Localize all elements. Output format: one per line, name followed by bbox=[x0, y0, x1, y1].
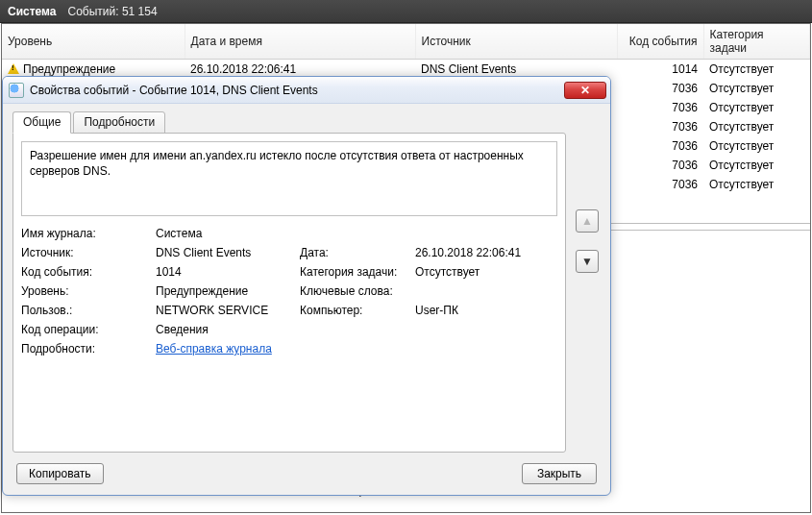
close-dialog-button[interactable]: Закрыть bbox=[522, 463, 597, 484]
value-journal: Система bbox=[156, 227, 290, 240]
label-source: Источник: bbox=[21, 246, 156, 259]
label-level: Уровень: bbox=[21, 284, 156, 298]
value-event-id: 1014 bbox=[156, 265, 290, 279]
value-level: Предупреждение bbox=[156, 284, 290, 298]
cell-task-cat: Отсутствует bbox=[703, 175, 810, 194]
close-icon: ✕ bbox=[580, 84, 590, 97]
label-journal: Имя журнала: bbox=[21, 227, 156, 240]
dialog-titlebar[interactable]: Свойства событий - Событие 1014, DNS Cli… bbox=[3, 77, 610, 104]
arrow-up-icon: ▲ bbox=[581, 214, 593, 228]
cell-task-cat: Отсутствует bbox=[703, 136, 810, 156]
event-description: Разрешение имен для имени an.yandex.ru и… bbox=[21, 141, 557, 216]
cell-event-id: 7036 bbox=[617, 156, 703, 175]
col-datetime[interactable]: Дата и время bbox=[185, 24, 415, 60]
col-level[interactable]: Уровень bbox=[2, 24, 185, 60]
label-task-cat: Категория задачи: bbox=[300, 265, 415, 279]
cell-task-cat: Отсутствует bbox=[703, 60, 810, 79]
tab-panel-general: Разрешение имен для имени an.yandex.ru и… bbox=[12, 133, 566, 453]
arrow-down-icon: ▼ bbox=[581, 255, 593, 268]
label-details: Подробности: bbox=[21, 342, 156, 356]
cell-level: Предупреждение bbox=[23, 62, 115, 76]
cell-event-id: 7036 bbox=[617, 175, 703, 194]
value-task-cat: Отсутствует bbox=[415, 265, 557, 279]
cell-event-id: 7036 bbox=[617, 136, 703, 156]
label-date: Дата: bbox=[300, 246, 415, 259]
value-keywords bbox=[415, 284, 557, 298]
close-button[interactable]: ✕ bbox=[564, 82, 606, 99]
label-event-id: Код события: bbox=[21, 265, 156, 279]
cell-event-id: 7036 bbox=[617, 98, 703, 117]
event-icon bbox=[9, 83, 24, 98]
cell-task-cat: Отсутствует bbox=[703, 156, 810, 175]
cell-task-cat: Отсутствует bbox=[703, 98, 810, 117]
next-event-button[interactable]: ▼ bbox=[576, 250, 599, 273]
value-opcode: Сведения bbox=[156, 323, 290, 336]
copy-button[interactable]: Копировать bbox=[16, 463, 104, 484]
dialog-title: Свойства событий - Событие 1014, DNS Cli… bbox=[30, 84, 564, 97]
value-computer: User-ПК bbox=[415, 304, 557, 317]
properties-grid: Имя журнала:Система Источник:DNS Client … bbox=[21, 224, 557, 444]
tab-general[interactable]: Общие bbox=[12, 111, 71, 134]
prev-event-button[interactable]: ▲ bbox=[576, 209, 599, 233]
value-source: DNS Client Events bbox=[156, 246, 290, 259]
event-count: Событий: 51 154 bbox=[68, 5, 158, 18]
cell-event-id: 7036 bbox=[617, 117, 703, 136]
cell-event-id: 7036 bbox=[617, 79, 703, 98]
value-date: 26.10.2018 22:06:41 bbox=[415, 246, 557, 259]
warning-icon bbox=[8, 63, 19, 74]
web-help-link[interactable]: Веб-справка журнала bbox=[156, 342, 272, 356]
tab-details[interactable]: Подробности bbox=[73, 111, 165, 134]
cell-event-id: 1014 bbox=[617, 60, 703, 79]
cell-task-cat: Отсутствует bbox=[703, 79, 810, 98]
cell-task-cat: Отсутствует bbox=[703, 117, 810, 136]
col-event-id[interactable]: Код события bbox=[617, 24, 703, 60]
col-source[interactable]: Источник bbox=[415, 24, 617, 60]
label-keywords: Ключевые слова: bbox=[300, 284, 415, 298]
event-properties-dialog: Свойства событий - Событие 1014, DNS Cli… bbox=[2, 76, 611, 496]
app-title: Система bbox=[8, 5, 57, 18]
label-computer: Компьютер: bbox=[300, 304, 415, 317]
value-user: NETWORK SERVICE bbox=[156, 304, 290, 317]
label-user: Пользов.: bbox=[21, 304, 156, 317]
col-task-cat[interactable]: Категория задачи bbox=[703, 24, 810, 60]
label-opcode: Код операции: bbox=[21, 323, 156, 336]
header-bar: Система Событий: 51 154 bbox=[0, 0, 812, 23]
